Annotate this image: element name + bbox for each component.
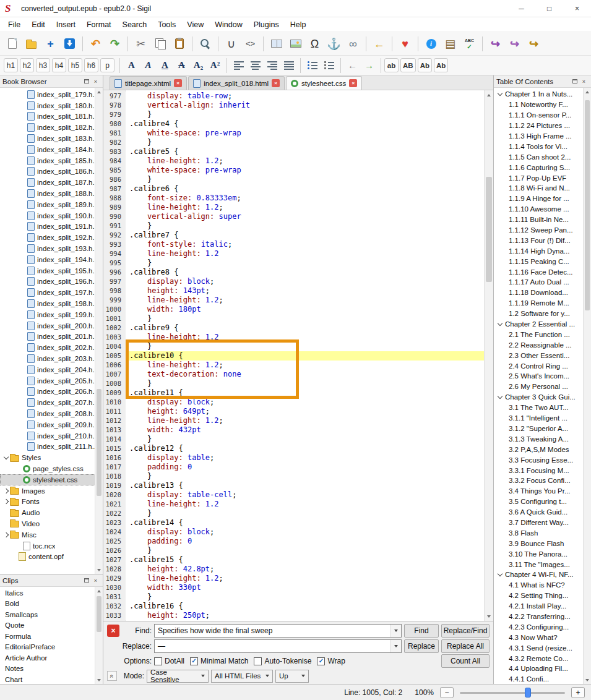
- toc-item-row[interactable]: 3.6 A Quick Guid...: [494, 507, 591, 518]
- code-line[interactable]: 1007 text-decoration: none: [103, 370, 484, 379]
- clip-item[interactable]: Article Author: [0, 652, 103, 664]
- option-minimal-match[interactable]: ✓Minimal Match: [190, 657, 248, 665]
- book-browser-row[interactable]: index_split_201.h...: [0, 331, 103, 343]
- scroll-up-icon[interactable]: [95, 88, 103, 96]
- code-line[interactable]: 987.calibre6 {: [103, 184, 484, 194]
- indent-icon[interactable]: →: [361, 58, 377, 73]
- find-input[interactable]: Specifies how wide the final sweep: [154, 624, 402, 638]
- toc-item-row[interactable]: 3.4 Things You Pr...: [494, 486, 591, 497]
- info-icon[interactable]: [421, 35, 441, 53]
- code-line[interactable]: 1008 }: [103, 379, 484, 388]
- code-line[interactable]: 994 line-height: 1.2: [103, 249, 484, 258]
- toc-item-row[interactable]: 1.1.16 Face Detec...: [494, 267, 591, 277]
- code-line[interactable]: 1012 line-height: 1.2;: [103, 416, 484, 425]
- toc-item-row[interactable]: 4.4 Uploading Fil...: [494, 664, 591, 674]
- book-browser-row[interactable]: index_split_210.h...: [0, 430, 103, 442]
- book-browser-row[interactable]: content.opf: [0, 551, 103, 562]
- replace-input-value[interactable]: —: [155, 642, 390, 651]
- checkbox-checked[interactable]: ✓: [317, 657, 325, 665]
- code-line[interactable]: 1011 height: 649pt;: [103, 407, 484, 416]
- open-file-icon[interactable]: [22, 35, 41, 53]
- toc-item-row[interactable]: 1.1.13 Four (!) Dif...: [494, 235, 591, 245]
- split-at-cursor-icon[interactable]: [267, 35, 286, 53]
- toc-item-row[interactable]: 2.2 Reassignable ...: [494, 339, 591, 350]
- case-button-2[interactable]: Ab: [418, 58, 432, 72]
- book-browser-row[interactable]: stylesheet.css: [0, 474, 103, 485]
- book-browser-row[interactable]: index_split_202.h...: [0, 342, 103, 353]
- code-editor[interactable]: 977 display: table-row;978 vertical-alig…: [103, 90, 493, 621]
- code-line[interactable]: 1004 }: [103, 342, 484, 351]
- tab-index_split_018.html[interactable]: index_split_018.html×: [188, 76, 285, 90]
- toc-item-row[interactable]: 1.1.11 Built-in Ne...: [494, 215, 591, 225]
- scroll-down-icon[interactable]: [95, 676, 103, 684]
- book-browser-row[interactable]: Fonts: [0, 496, 103, 507]
- spellcheck-icon[interactable]: [460, 35, 479, 53]
- code-line[interactable]: 996.calibre8 {: [103, 268, 484, 277]
- toc-item-row[interactable]: 2.6 My Personal ...: [494, 382, 591, 392]
- book-browser-row[interactable]: Images: [0, 485, 103, 497]
- code-line[interactable]: 983.calibre5 {: [103, 147, 484, 156]
- close-panel-icon[interactable]: ×: [579, 77, 589, 86]
- chevron-right-icon[interactable]: [2, 489, 10, 493]
- toc-item-row[interactable]: 4.4.1 Confi...: [494, 674, 591, 684]
- toc-item-row[interactable]: 1.1.9 A Hinge for ...: [494, 194, 591, 204]
- code-line[interactable]: 1001 }: [103, 314, 484, 323]
- code-line[interactable]: 985 white-space: pre-wrap: [103, 166, 484, 175]
- code-line[interactable]: 1019.calibre13 {: [103, 481, 484, 490]
- book-browser-row[interactable]: index_split_182.h...: [0, 122, 103, 133]
- insert-special-character-icon[interactable]: ∪: [222, 35, 241, 53]
- anchor-icon[interactable]: ⚓: [324, 35, 343, 53]
- toc-item-row[interactable]: 1.1.6 Capturing S...: [494, 162, 591, 173]
- book-browser-row[interactable]: index_split_186.h...: [0, 166, 103, 177]
- option-dotall[interactable]: DotAll: [154, 657, 184, 665]
- toc-item-row[interactable]: 2.5 What's Incom...: [494, 371, 591, 382]
- toc-chapter-row[interactable]: Chapter 1 In a Nuts...: [494, 89, 591, 100]
- toc-item-row[interactable]: 1.1.15 Peaking C...: [494, 256, 591, 267]
- mend-prettify-icon[interactable]: ↪: [505, 35, 524, 53]
- toc-item-row[interactable]: 4.1 What is NFC?: [494, 580, 591, 591]
- code-line[interactable]: 1031 }: [103, 592, 484, 602]
- book-browser-row[interactable]: index_split_188.h...: [0, 188, 103, 199]
- book-browser-row[interactable]: index_split_211.h...: [0, 442, 103, 453]
- mode-select-up[interactable]: Up: [275, 670, 309, 683]
- code-line[interactable]: 1032.calibre16 {: [103, 602, 484, 611]
- editor-scrollbar[interactable]: [484, 90, 493, 621]
- close-find-icon[interactable]: ×: [107, 625, 119, 637]
- clip-item[interactable]: Bold: [0, 599, 103, 610]
- code-line[interactable]: 995 }: [103, 258, 484, 268]
- toc-scrollbar[interactable]: [583, 88, 591, 684]
- code-line[interactable]: 1002.calibre9 {: [103, 323, 484, 333]
- combo-dropdown-icon[interactable]: [390, 640, 401, 652]
- toc-item-row[interactable]: 1.1.7 Pop-Up EVF: [494, 173, 591, 183]
- paste-icon[interactable]: [170, 35, 189, 53]
- menu-tools[interactable]: Tools: [152, 19, 181, 31]
- toc-item-row[interactable]: 3.5 Configuring t...: [494, 497, 591, 507]
- validation-report-icon[interactable]: ▤: [441, 35, 460, 53]
- insert-link-icon[interactable]: ∞: [343, 35, 363, 53]
- new-file-icon[interactable]: [2, 35, 22, 53]
- code-line[interactable]: 1017 padding: 0: [103, 463, 484, 472]
- menu-file[interactable]: File: [2, 19, 26, 31]
- toc-item-row[interactable]: 1.1.8 Wi-Fi and N...: [494, 183, 591, 194]
- menu-format[interactable]: Format: [81, 19, 117, 31]
- code-line[interactable]: 1006 line-height: 1.2;: [103, 361, 484, 370]
- align-center-icon[interactable]: [248, 58, 263, 73]
- code-line[interactable]: 1013 width: 432pt: [103, 425, 484, 435]
- menu-search[interactable]: Search: [117, 19, 153, 31]
- toc-item-row[interactable]: 2.1 The Function ...: [494, 329, 591, 339]
- chevron-down-icon[interactable]: [496, 323, 504, 325]
- code-line[interactable]: 1027.calibre15 {: [103, 555, 484, 565]
- code-line[interactable]: 1029 line-height: 1.2;: [103, 574, 484, 583]
- undo-icon[interactable]: ↶: [86, 35, 105, 53]
- book-browser-row[interactable]: Audio: [0, 507, 103, 518]
- superscript-icon[interactable]: A²: [207, 58, 223, 73]
- toc-item-row[interactable]: 3.1.3 Tweaking A...: [494, 433, 591, 444]
- book-browser-row[interactable]: index_split_208.h...: [0, 408, 103, 419]
- slider-handle[interactable]: [525, 688, 531, 698]
- menu-edit[interactable]: Edit: [26, 19, 51, 31]
- code-line[interactable]: 984 line-height: 1.2;: [103, 156, 484, 166]
- chevron-down-icon[interactable]: [496, 93, 504, 95]
- insert-symbol-omega-icon[interactable]: Ω: [305, 35, 324, 53]
- cut-icon[interactable]: ✂: [131, 35, 150, 53]
- italic-icon[interactable]: A: [140, 58, 156, 73]
